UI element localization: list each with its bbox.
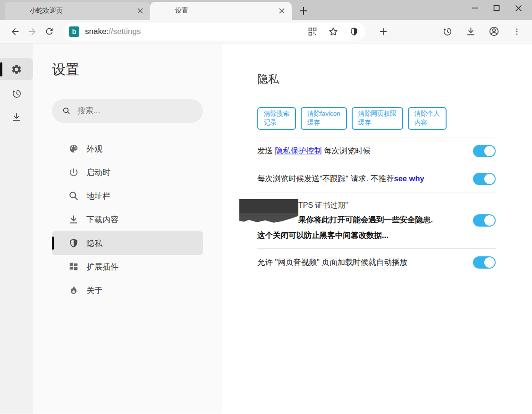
nav-item-appearance[interactable]: 外观 (33, 137, 222, 161)
settings-title: 设置 (52, 60, 79, 79)
download-icon (11, 112, 22, 122)
nav-item-label: 隐私 (86, 238, 102, 249)
nav-item-label: 地址栏 (86, 191, 110, 202)
label-text: 每次浏览时候发送"不跟踪" 请求. 不推荐 (257, 174, 394, 183)
privacy-control-link[interactable]: 隐私保护控制 (275, 146, 322, 155)
search-icon (68, 191, 79, 201)
toolbar-right (439, 23, 525, 40)
site-favicon: b (69, 26, 79, 37)
url-text[interactable]: snake://settings (85, 27, 308, 36)
toggle-knob (484, 257, 495, 268)
browser-toolbar: b snake://settings (0, 20, 532, 43)
settings-nav-list: 外观 启动时 地址栏 下载内容 (33, 137, 222, 302)
address-bar-actions (308, 26, 359, 37)
clear-buttons-row: 清除搜索 记录 清除favicon 缓存 清除网页权限 缓存 清除个人 内容 (257, 107, 496, 130)
back-icon[interactable] (7, 23, 24, 40)
see-why-link[interactable]: see why (394, 174, 424, 183)
toggle-knob (484, 146, 495, 156)
toggle-knob (484, 174, 495, 184)
add-icon[interactable] (375, 23, 392, 40)
url-scheme: snake: (85, 27, 109, 36)
setting-label: 允许 "网页音视频" 页面加载时候就自动播放 (257, 257, 407, 268)
tab-title: 设置 (175, 7, 277, 15)
qr-code-icon[interactable] (308, 27, 317, 36)
tab-welcome[interactable]: 小蛇欢迎页 (5, 2, 150, 20)
search-input[interactable] (77, 106, 186, 116)
nav-item-downloads[interactable]: 下载内容 (33, 208, 222, 231)
tab-close-icon[interactable] (277, 6, 287, 16)
setting-row-do-not-track: 每次浏览时候发送"不跟踪" 请求. 不推荐see why (257, 165, 496, 193)
minimize-button[interactable] (464, 1, 486, 15)
nav-item-startup[interactable]: 启动时 (33, 161, 222, 184)
history-icon (11, 88, 22, 99)
page-title: 隐私 (257, 72, 496, 86)
close-button[interactable] (507, 1, 529, 15)
nav-item-about[interactable]: 关于 (33, 279, 222, 302)
flame-icon (68, 285, 79, 296)
toggle-knob (484, 215, 495, 226)
label-text: 每次浏览时候 (322, 146, 371, 155)
setting-label: 每次浏览时候发送"不跟踪" 请求. 不推荐see why (257, 174, 424, 184)
setting-row-privacy-control: 发送 隐私保护控制 每次浏览时候 (257, 137, 496, 165)
bookmark-star-icon[interactable] (328, 26, 338, 37)
rail-settings[interactable] (0, 58, 33, 80)
url-path: //settings (109, 27, 141, 36)
tab-close-icon[interactable] (135, 6, 145, 16)
window-controls (464, 1, 529, 15)
search-icon (62, 107, 71, 115)
nav-item-label: 启动时 (86, 167, 110, 178)
nav-item-privacy[interactable]: 隐私 (33, 231, 222, 255)
rail-downloads[interactable] (0, 108, 33, 127)
tab-settings[interactable]: 设置 (150, 2, 292, 20)
palette-icon (68, 144, 79, 154)
tab-title: 小蛇欢迎页 (30, 7, 135, 15)
privacy-settings-page: 隐私 清除搜索 记录 清除favicon 缓存 清除网页权限 缓存 清除个人 内… (222, 43, 532, 414)
selected-indicator (52, 237, 54, 250)
nav-item-extensions[interactable]: 扩展插件 (33, 255, 222, 279)
downloads-icon[interactable] (462, 23, 479, 40)
app-body: 设置 外观 启动时 地址栏 (0, 43, 532, 414)
rail-history[interactable] (0, 84, 33, 103)
shield-icon (68, 238, 79, 248)
address-bar[interactable]: b snake://settings (63, 23, 365, 41)
setting-row-autoplay: 允许 "网页音视频" 页面加载时候就自动播放 (257, 248, 496, 276)
cert-line-3: 这个关闭可以防止黑客中间篡改数据... (257, 230, 433, 241)
clear-personal-content-button[interactable]: 清除个人 内容 (408, 107, 447, 130)
download-icon (68, 214, 79, 225)
browser-window: 小蛇欢迎页 设置 (0, 0, 532, 414)
power-icon (68, 167, 79, 177)
gear-icon (11, 64, 22, 75)
nav-item-label: 下载内容 (86, 214, 118, 225)
nav-item-label: 外观 (86, 144, 102, 154)
shield-icon[interactable] (349, 26, 359, 37)
reload-icon[interactable] (41, 23, 58, 40)
tab-strip: 小蛇欢迎页 设置 (0, 0, 532, 20)
new-tab-button[interactable] (296, 4, 311, 18)
label-text: 发送 (257, 146, 275, 155)
history-icon[interactable] (439, 23, 456, 40)
settings-nav-panel: 设置 外观 启动时 地址栏 (33, 43, 222, 414)
nav-item-label: 关于 (86, 285, 102, 296)
https-cert-toggle[interactable] (473, 214, 496, 227)
setting-label: 发送 隐私保护控制 每次浏览时候 (257, 146, 371, 156)
settings-search[interactable] (52, 99, 203, 123)
do-not-track-toggle[interactable] (473, 173, 496, 185)
selected-indicator (0, 62, 2, 76)
nav-item-addressbar[interactable]: 地址栏 (33, 184, 222, 208)
menu-kebab-icon[interactable] (508, 23, 525, 40)
setting-row-https-cert: TPS 证书过期" 果你将此打开可能会遇到一些安全隐患. 这个关闭可以防止黑客中… (257, 193, 496, 248)
profile-icon[interactable] (485, 23, 502, 40)
nav-item-label: 扩展插件 (86, 262, 118, 272)
forward-icon[interactable] (24, 23, 41, 40)
extensions-grid-icon (68, 262, 79, 272)
https-cert-text: TPS 证书过期" 果你将此打开可能会遇到一些安全隐患. 这个关闭可以防止黑客中… (257, 201, 433, 241)
maximize-button[interactable] (486, 1, 507, 15)
privacy-control-toggle[interactable] (473, 145, 496, 157)
clear-site-permissions-button[interactable]: 清除网页权限 缓存 (352, 107, 403, 130)
left-rail (0, 43, 33, 414)
clear-favicon-cache-button[interactable]: 清除favicon 缓存 (301, 107, 347, 130)
autoplay-toggle[interactable] (473, 256, 496, 269)
clear-search-history-button[interactable]: 清除搜索 记录 (257, 107, 296, 130)
